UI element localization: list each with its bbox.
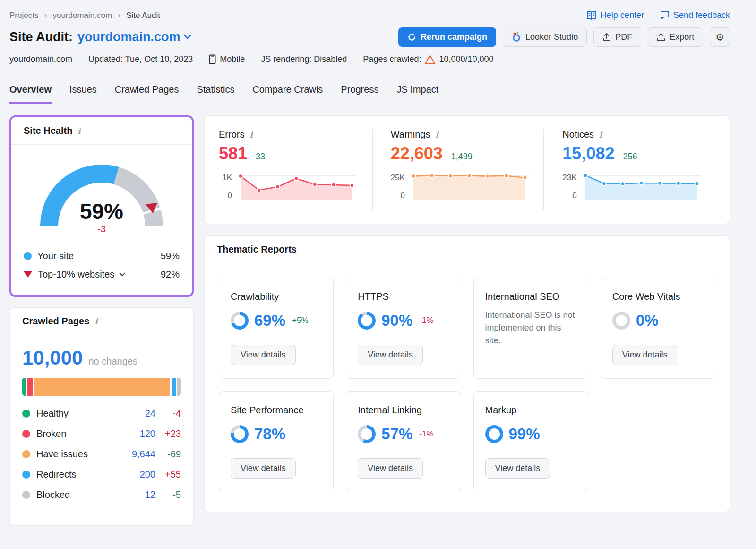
errors-section: Errors i 581 -33 1K 0 xyxy=(219,129,372,210)
legend-value[interactable]: 120 xyxy=(121,428,155,439)
crawled-pages-stacked-bar[interactable] xyxy=(22,378,181,396)
errors-trend-chart xyxy=(237,173,356,202)
view-details-button[interactable]: View details xyxy=(485,458,550,479)
legend-label: Healthy xyxy=(36,408,121,419)
legend-change: -5 xyxy=(155,489,181,500)
report-percent: 0% xyxy=(636,312,659,330)
status-dot-icon xyxy=(22,491,30,499)
status-dot-icon xyxy=(22,410,30,418)
legend-value[interactable]: 24 xyxy=(121,408,155,419)
looker-studio-button[interactable]: Looker Studio xyxy=(503,27,587,47)
errors-delta: -33 xyxy=(253,152,265,162)
meta-device: Mobile xyxy=(209,54,245,64)
pages-crawled-label: Pages crawled: xyxy=(363,54,421,64)
help-center-link[interactable]: Help center xyxy=(586,10,644,20)
tab-crawled-pages[interactable]: Crawled Pages xyxy=(115,81,179,104)
view-details-button[interactable]: View details xyxy=(358,345,423,365)
chevron-down-icon[interactable] xyxy=(119,272,126,277)
tab-compare-crawls[interactable]: Compare Crawls xyxy=(252,81,323,104)
legend-change: -69 xyxy=(155,449,181,460)
top-links: Help center Send feedback xyxy=(586,10,730,20)
pdf-button[interactable]: PDF xyxy=(593,27,641,47)
progress-ring-icon xyxy=(485,425,503,443)
crawled-pages-note: no changes xyxy=(88,356,137,367)
crawled-pages-total: 10,000 xyxy=(22,347,83,369)
breadcrumb-domain[interactable]: yourdomain.com xyxy=(52,11,112,20)
legend-label: Top-10% websites xyxy=(38,269,114,280)
view-details-button[interactable]: View details xyxy=(612,345,678,365)
errors-title: Errors xyxy=(219,129,244,140)
rerun-campaign-button[interactable]: Rerun campaign xyxy=(398,27,496,47)
report-title: Crawlability xyxy=(231,291,322,302)
thematic-reports-title: Thematic Reports xyxy=(217,244,297,255)
markup-card: Markup 99% View details xyxy=(473,391,588,492)
notices-trend-chart xyxy=(582,173,701,202)
site-health-title: Site Health xyxy=(24,125,72,136)
looker-studio-label: Looker Studio xyxy=(525,32,578,42)
gear-icon: ⚙ xyxy=(715,32,724,42)
report-title: International SEO xyxy=(485,291,576,302)
errors-axis: 1K 0 xyxy=(219,173,237,200)
tab-overview[interactable]: Overview xyxy=(9,81,52,104)
legend-label: Broken xyxy=(36,428,121,439)
tab-statistics[interactable]: Statistics xyxy=(197,81,234,104)
notices-value[interactable]: 15,082 xyxy=(562,144,614,166)
axis-min-label: 0 xyxy=(228,191,232,200)
bar-segment-healthy xyxy=(22,378,26,396)
warnings-axis: 25K 0 xyxy=(391,173,410,200)
feedback-bubble-icon xyxy=(660,11,670,20)
legend-value[interactable]: 12 xyxy=(121,489,155,500)
info-icon[interactable]: i xyxy=(598,130,603,139)
crawled-pages-title: Crawled Pages xyxy=(22,316,89,327)
tab-bar: Overview Issues Crawled Pages Statistics… xyxy=(9,81,730,104)
axis-max-label: 25K xyxy=(391,173,405,183)
legend-row-have-issues: Have issues 9,644 -69 xyxy=(22,449,181,460)
errors-value[interactable]: 581 xyxy=(219,144,247,166)
tab-issues[interactable]: Issues xyxy=(69,81,97,104)
legend-value: 92% xyxy=(161,269,180,280)
site-health-delta: -3 xyxy=(40,224,163,235)
chevron-down-icon xyxy=(184,35,191,39)
legend-row-redirects: Redirects 200 +55 xyxy=(22,469,181,480)
looker-studio-icon xyxy=(512,32,521,42)
legend-value: 59% xyxy=(161,251,180,261)
legend-label: Redirects xyxy=(36,469,121,480)
breadcrumb: Projects › yourdomain.com › Site Audit xyxy=(9,10,160,20)
report-message: International SEO is not implemented on … xyxy=(485,309,576,347)
export-button[interactable]: Export xyxy=(648,27,703,47)
notices-section: Notices i 15,082 -256 23K 0 xyxy=(543,129,715,210)
warnings-value[interactable]: 22,603 xyxy=(391,144,443,166)
info-icon[interactable]: i xyxy=(434,130,439,139)
report-delta: -1% xyxy=(419,316,433,325)
info-icon[interactable]: i xyxy=(94,317,98,326)
status-dot-icon xyxy=(22,450,30,458)
view-details-button[interactable]: View details xyxy=(231,458,296,479)
legend-value[interactable]: 9,644 xyxy=(121,449,155,460)
notices-delta: -256 xyxy=(620,152,637,162)
export-label: Export xyxy=(670,32,694,42)
settings-button[interactable]: ⚙ xyxy=(710,27,730,47)
tab-progress[interactable]: Progress xyxy=(341,81,378,104)
campaign-selector[interactable]: yourdomain.com xyxy=(77,30,191,44)
meta-bar: yourdomain.com Updated: Tue, Oct 10, 202… xyxy=(9,54,730,64)
send-feedback-link[interactable]: Send feedback xyxy=(660,10,730,20)
view-details-button[interactable]: View details xyxy=(231,345,296,365)
https-card: HTTPS 90% -1% View details xyxy=(346,278,461,379)
legend-row-blocked: Blocked 12 -5 xyxy=(22,489,181,500)
breadcrumb-projects[interactable]: Projects xyxy=(9,11,38,20)
report-percent: 99% xyxy=(509,425,540,443)
progress-ring-icon xyxy=(358,425,376,443)
view-details-button[interactable]: View details xyxy=(358,458,423,479)
report-percent: 69% xyxy=(254,312,285,330)
meta-js-rendering: JS rendering: Disabled xyxy=(261,54,347,64)
legend-value[interactable]: 200 xyxy=(121,469,155,480)
mobile-phone-icon xyxy=(209,54,216,64)
axis-max-label: 23K xyxy=(562,173,576,183)
site-audit-page: Projects › yourdomain.com › Site Audit H… xyxy=(0,0,756,549)
upload-icon xyxy=(602,33,611,42)
tab-js-impact[interactable]: JS Impact xyxy=(396,81,438,104)
info-icon[interactable]: i xyxy=(249,130,253,139)
info-icon[interactable]: i xyxy=(77,126,81,136)
legend-label: Blocked xyxy=(36,489,121,500)
report-percent: 78% xyxy=(254,425,285,443)
